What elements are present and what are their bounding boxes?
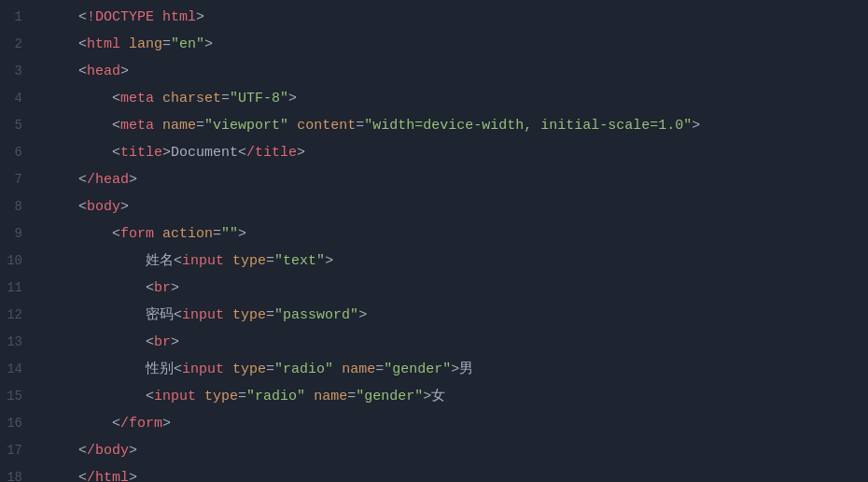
line-number: 4 <box>0 85 37 111</box>
line-content: <head> <box>37 59 129 85</box>
line-content: 密码<input type="password"> <box>37 303 367 329</box>
line-number: 11 <box>0 275 37 301</box>
line-number: 16 <box>0 410 37 436</box>
line-content: </html> <box>37 465 137 482</box>
code-line: 10 姓名<input type="text"> <box>0 248 868 275</box>
line-content: </head> <box>37 167 137 193</box>
line-number: 17 <box>0 437 37 463</box>
line-content: <meta name="viewport" content="width=dev… <box>37 113 700 139</box>
code-line: 9 <form action=""> <box>0 220 868 248</box>
code-line: 15 <input type="radio" name="gender">女 <box>0 383 868 410</box>
line-number: 2 <box>0 31 37 57</box>
line-number: 18 <box>0 464 37 482</box>
line-content: <!DOCTYPE html> <box>37 5 204 31</box>
line-content: <br> <box>37 276 179 302</box>
line-number: 12 <box>0 302 37 328</box>
line-number: 7 <box>0 166 37 192</box>
code-line: 13 <br> <box>0 329 868 356</box>
code-line: 2 <html lang="en"> <box>0 31 868 58</box>
code-line: 5 <meta name="viewport" content="width=d… <box>0 112 868 139</box>
code-line: 16 </form> <box>0 410 868 437</box>
line-number: 5 <box>0 112 37 138</box>
line-content: <meta charset="UTF-8"> <box>37 86 297 112</box>
line-content: <html lang="en"> <box>37 32 213 58</box>
line-content: 姓名<input type="text"> <box>37 248 333 275</box>
line-number: 6 <box>0 139 37 165</box>
line-content: <form action=""> <box>37 221 246 248</box>
code-line: 14 性别<input type="radio" name="gender">男 <box>0 356 868 383</box>
code-line: 6 <title>Document</title> <box>0 139 868 166</box>
line-content: <input type="radio" name="gender">女 <box>37 384 445 410</box>
code-editor: 1 <!DOCTYPE html>2 <html lang="en">3 <he… <box>0 0 868 482</box>
code-line: 12 密码<input type="password"> <box>0 302 868 329</box>
line-content: <br> <box>37 330 179 356</box>
code-line: 18 </html> <box>0 464 868 482</box>
line-number: 8 <box>0 193 37 220</box>
code-line: 3 <head> <box>0 58 868 85</box>
line-content: 性别<input type="radio" name="gender">男 <box>37 357 473 383</box>
line-content: <body> <box>37 194 129 220</box>
line-content: </form> <box>37 411 171 437</box>
line-number: 10 <box>0 248 37 274</box>
line-content: <title>Document</title> <box>37 140 305 166</box>
line-number: 1 <box>0 4 37 30</box>
code-line: 11 <br> <box>0 275 868 302</box>
line-number: 9 <box>0 220 37 247</box>
line-number: 13 <box>0 329 37 355</box>
code-lines: 1 <!DOCTYPE html>2 <html lang="en">3 <he… <box>0 0 868 482</box>
line-number: 15 <box>0 383 37 409</box>
code-line: 7 </head> <box>0 166 868 193</box>
code-line: 4 <meta charset="UTF-8"> <box>0 85 868 112</box>
code-line: 17 </body> <box>0 437 868 464</box>
line-number: 14 <box>0 356 37 382</box>
code-line: 1 <!DOCTYPE html> <box>0 4 868 31</box>
line-content: </body> <box>37 438 137 464</box>
line-number: 3 <box>0 58 37 84</box>
code-line: 8 <body> <box>0 193 868 220</box>
